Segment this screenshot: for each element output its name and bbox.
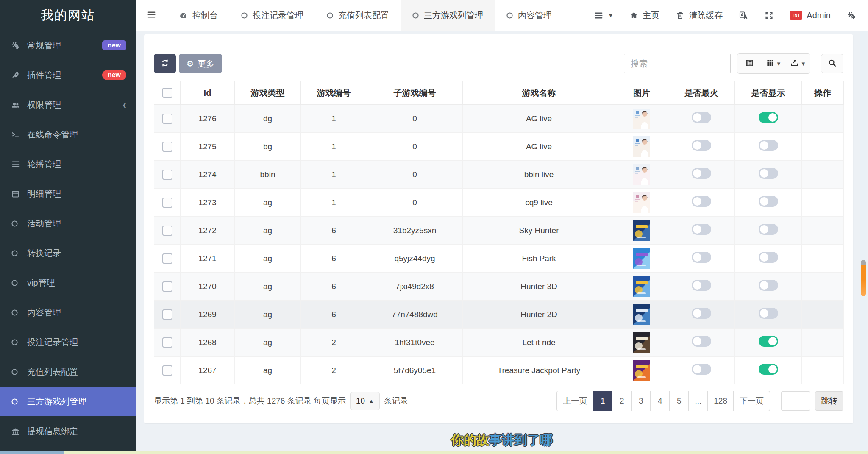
tab-充值列表配置[interactable]: 充值列表配置	[315, 0, 401, 31]
visible-toggle[interactable]	[759, 196, 778, 207]
page-button-3[interactable]: 3	[631, 391, 651, 411]
search-input[interactable]	[624, 54, 731, 73]
row-checkbox[interactable]	[162, 365, 172, 376]
row-checkbox[interactable]	[162, 253, 172, 264]
game-thumbnail[interactable]	[632, 276, 651, 297]
game-thumbnail[interactable]	[632, 136, 651, 157]
row-checkbox[interactable]	[162, 142, 172, 152]
game-thumbnail[interactable]	[632, 192, 651, 213]
scrollbar-thumb[interactable]	[861, 260, 866, 296]
visible-toggle[interactable]	[759, 364, 778, 375]
actions-cell	[802, 245, 844, 273]
visible-toggle[interactable]	[759, 280, 778, 291]
page-button-128[interactable]: 128	[707, 391, 734, 411]
game-thumbnail[interactable]	[632, 220, 651, 241]
game-thumbnail[interactable]	[632, 164, 651, 185]
sidebar-item-vip管理[interactable]: vip管理	[0, 268, 136, 298]
page-button-4[interactable]: 4	[650, 391, 670, 411]
settings-button[interactable]	[839, 0, 864, 31]
visible-toggle[interactable]	[759, 308, 778, 319]
sidebar-item-活动管理[interactable]: 活动管理	[0, 209, 136, 238]
column-header-游戏编号[interactable]: 游戏编号	[301, 81, 367, 105]
page-button-5[interactable]: 5	[669, 391, 689, 411]
game-thumbnail[interactable]	[632, 304, 651, 325]
visible-toggle[interactable]	[759, 336, 778, 347]
game-thumbnail[interactable]	[632, 109, 651, 129]
search-button[interactable]	[821, 54, 843, 73]
page-button-...[interactable]: ...	[688, 391, 708, 411]
hot-toggle[interactable]	[692, 224, 711, 235]
tabs-menu-button[interactable]: ▼	[586, 0, 621, 31]
visible-toggle[interactable]	[759, 252, 778, 263]
row-checkbox[interactable]	[162, 114, 172, 124]
column-header-子游戏编号[interactable]: 子游戏编号	[367, 81, 463, 105]
sidebar-item-内容管理[interactable]: 内容管理	[0, 298, 136, 327]
column-header-Id[interactable]: Id	[181, 81, 235, 105]
hot-toggle[interactable]	[692, 280, 711, 291]
sidebar-item-充值列表配置[interactable]: 充值列表配置	[0, 357, 136, 387]
column-header-是否显示[interactable]: 是否显示	[735, 81, 802, 105]
page-button-1[interactable]: 1	[593, 391, 612, 411]
sidebar-item-常规管理[interactable]: 常规管理new	[0, 31, 136, 60]
visible-toggle[interactable]	[759, 224, 778, 235]
row-checkbox[interactable]	[162, 170, 172, 180]
tab-内容管理[interactable]: 内容管理	[495, 0, 563, 31]
page-size-dropdown[interactable]: 10 ▲	[350, 392, 380, 410]
game-thumbnail[interactable]	[632, 332, 651, 353]
hot-toggle[interactable]	[692, 196, 711, 207]
fullscreen-button[interactable]	[757, 0, 782, 31]
sidebar-item-转换记录[interactable]: 转换记录	[0, 238, 136, 268]
home-link[interactable]: 主页	[621, 0, 668, 31]
hot-toggle[interactable]	[692, 364, 711, 375]
table-footer: 显示第 1 到第 10 条记录，总共 1276 条记录 每页显示 10 ▲ 条记…	[154, 391, 843, 411]
tab-三方游戏列管理[interactable]: 三方游戏列管理	[401, 0, 495, 31]
hot-toggle[interactable]	[692, 140, 711, 151]
sidebar-item-权限管理[interactable]: 权限管理‹	[0, 90, 136, 120]
tab-控制台[interactable]: 控制台	[167, 0, 229, 31]
column-header-是否最火[interactable]: 是否最火	[668, 81, 735, 105]
sidebar-item-三方游戏列管理[interactable]: 三方游戏列管理	[0, 387, 136, 416]
translate-button[interactable]	[731, 0, 757, 31]
more-button[interactable]: ⚙ 更多	[179, 54, 222, 73]
column-header-游戏名称[interactable]: 游戏名称	[463, 81, 615, 105]
column-header-图片[interactable]: 图片	[615, 81, 668, 105]
sidebar-item-插件管理[interactable]: 插件管理new	[0, 60, 136, 90]
sidebar-item-在线命令管理[interactable]: 在线命令管理	[0, 120, 136, 149]
refresh-button[interactable]	[154, 54, 176, 73]
visible-toggle[interactable]	[759, 168, 778, 179]
row-checkbox[interactable]	[162, 198, 172, 208]
export-button[interactable]: ▼	[786, 54, 810, 73]
hot-toggle[interactable]	[692, 336, 711, 347]
hot-toggle[interactable]	[692, 168, 711, 179]
sidebar-item-轮播管理[interactable]: 轮播管理	[0, 149, 136, 179]
sidebar-toggle-button[interactable]	[136, 0, 167, 31]
hot-toggle[interactable]	[692, 308, 711, 319]
jump-button[interactable]: 跳转	[815, 391, 843, 411]
game-thumbnail[interactable]	[632, 248, 651, 269]
columns-button[interactable]: ▼	[762, 54, 786, 73]
game-thumbnail[interactable]	[632, 360, 651, 381]
page-button-2[interactable]: 2	[612, 391, 632, 411]
page-jump-input[interactable]	[781, 391, 810, 411]
detail-view-button[interactable]	[737, 54, 762, 73]
sidebar-item-提现信息绑定[interactable]: 提现信息绑定	[0, 416, 136, 446]
column-header-操作[interactable]: 操作	[802, 81, 844, 105]
row-checkbox[interactable]	[162, 226, 172, 236]
clear-cache-button[interactable]: 清除缓存	[668, 0, 731, 31]
visible-toggle[interactable]	[759, 112, 778, 123]
hot-toggle[interactable]	[692, 252, 711, 263]
sidebar-item-明细管理[interactable]: 明细管理	[0, 179, 136, 209]
row-checkbox[interactable]	[162, 309, 172, 320]
user-menu[interactable]: TNT Admin	[782, 0, 839, 31]
column-header-游戏类型[interactable]: 游戏类型	[235, 81, 301, 105]
sidebar-item-投注记录管理[interactable]: 投注记录管理	[0, 327, 136, 357]
select-all-checkbox[interactable]	[162, 88, 172, 98]
page-button-下一页[interactable]: 下一页	[733, 391, 770, 411]
row-checkbox[interactable]	[162, 337, 172, 348]
page-button-上一页[interactable]: 上一页	[556, 391, 593, 411]
row-checkbox[interactable]	[162, 281, 172, 292]
tab-投注记录管理[interactable]: 投注记录管理	[229, 0, 315, 31]
hot-toggle[interactable]	[692, 112, 711, 123]
scrollbar-track[interactable]	[860, 31, 867, 451]
visible-toggle[interactable]	[759, 140, 778, 151]
